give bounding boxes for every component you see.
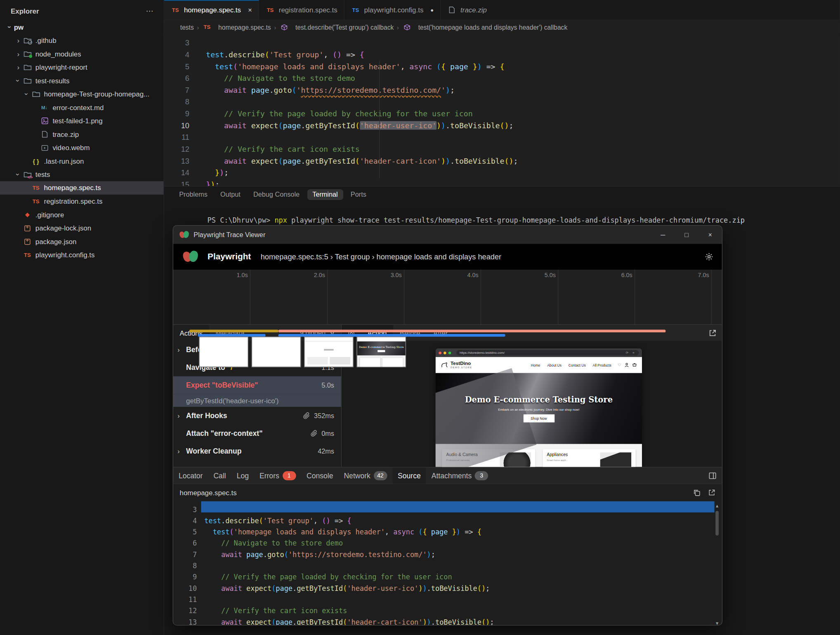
file-icon-ts-orange: TS — [170, 6, 180, 14]
breadcrumb[interactable]: tests›TShomepage.spec.ts›test.describe('… — [164, 20, 840, 33]
panel-tab-problems[interactable]: Problems — [174, 189, 213, 200]
tab-label: trace.zip — [460, 6, 487, 14]
settings-gear-icon[interactable] — [705, 252, 713, 261]
tab-trace-zip[interactable]: trace.zip — [441, 0, 840, 20]
tree-item-test-results[interactable]: ›test-results — [0, 74, 164, 87]
tree-item-registration-spec-ts[interactable]: TSregistration.spec.ts — [0, 195, 164, 208]
line-number: 12 — [164, 143, 189, 155]
code-line-13: 13 await expect(page.getByTestId('header… — [173, 616, 722, 626]
tab-playwright-config-ts[interactable]: TSplaywright.config.ts● — [344, 0, 441, 20]
action-row-4[interactable]: ›After Hooks352ms — [173, 407, 341, 425]
tree-item-package-lock-json[interactable]: package-lock.json — [0, 221, 164, 235]
detail-tab-attachments[interactable]: Attachments3 — [426, 468, 494, 484]
action-bar — [278, 330, 666, 333]
tree-item-playwright-config-ts[interactable]: TSplaywright.config.ts — [0, 248, 164, 262]
breadcrumb-separator: › — [274, 24, 276, 31]
tree-item-test-failed-1-png[interactable]: test-failed-1.png — [0, 114, 164, 128]
source-code-view[interactable]: ▲ ▼ 34test.describe('Test group', () => … — [173, 501, 722, 626]
open-external-icon[interactable] — [708, 489, 715, 496]
trace-window-titlebar[interactable]: Playwright Trace Viewer ─□× — [173, 226, 722, 244]
store-hero-subtitle: Embark on an electronic journey. Dive in… — [498, 408, 579, 411]
code-editor[interactable]: 34test.describe('Test group', () => {5 t… — [164, 34, 840, 190]
cart-icon — [632, 363, 637, 367]
file-icon-video — [40, 143, 49, 152]
tree-item-homepage-test-group-homepag-[interactable]: ›homepage-Test-group-homepag... — [0, 87, 164, 101]
line-number: 11 — [173, 594, 197, 605]
tree-item-error-context-md[interactable]: M↓error-context.md — [0, 101, 164, 114]
explorer-more-icon[interactable]: ⋯ — [146, 7, 154, 15]
panel-tab-output[interactable]: Output — [215, 189, 246, 200]
code-line-5: 5 test('homepage loads and displays head… — [173, 527, 722, 538]
tab-homepage-spec-ts[interactable]: TShomepage.spec.ts× — [164, 0, 259, 20]
tree-item-node-modules[interactable]: ›node_modules — [0, 47, 164, 61]
detail-tab-errors[interactable]: Errors1 — [254, 468, 301, 484]
detail-tab-locator[interactable]: Locator — [173, 468, 208, 484]
breadcrumb-item[interactable]: tests — [180, 24, 194, 31]
breadcrumb-item[interactable]: test.describe('Test group') callback — [295, 24, 394, 31]
line-number: 13 — [173, 616, 197, 626]
code-text: // Navigate to the store demo — [189, 73, 355, 85]
snapshot-tab-after[interactable]: After — [427, 325, 454, 341]
line-number: 10 — [173, 583, 197, 594]
maximize-button[interactable]: □ — [675, 226, 698, 244]
action-row-6[interactable]: ›Worker Cleanup42ms — [173, 442, 341, 460]
tree-item-trace-zip[interactable]: trace.zip — [0, 127, 164, 141]
timeline-thumbnail-2[interactable] — [252, 336, 301, 367]
detail-tab-network[interactable]: Network42 — [338, 468, 392, 484]
trace-timeline[interactable]: 1.0s2.0s3.0s4.0s5.0s6.0s7.0sDemo E-comme… — [173, 270, 722, 325]
tree-item-homepage-spec-ts[interactable]: TShomepage.spec.ts — [0, 181, 164, 195]
timeline-thumbnail-1[interactable] — [199, 336, 248, 367]
code-text: await expect(page.getByTestId('header-ca… — [197, 616, 722, 626]
vscode-window: Explorer ⋯ ›pw›.github›node_modules›play… — [0, 0, 840, 635]
file-icon-git: ◆ — [23, 210, 32, 219]
line-number: 7 — [164, 84, 189, 96]
timeline-gridline — [635, 270, 635, 325]
copy-icon[interactable] — [693, 489, 701, 496]
tree-item-label: registration.spec.ts — [44, 197, 103, 205]
badge-errors: 1 — [283, 471, 296, 480]
code-text: await expect(page.getByTestId('header-ca… — [189, 155, 518, 167]
minimize-button[interactable]: ─ — [651, 226, 675, 244]
panel-layout-toggle-icon[interactable] — [708, 471, 722, 480]
chevron-right-icon: › — [14, 63, 23, 71]
breadcrumb-item[interactable]: homepage.spec.ts — [218, 24, 271, 31]
tree-item-package-json[interactable]: package.json — [0, 235, 164, 248]
tree-item-pw[interactable]: ›pw — [0, 20, 164, 33]
file-icon-cube — [402, 23, 412, 31]
timeline-gridline — [404, 270, 404, 325]
panel-tab-ports[interactable]: Ports — [345, 189, 372, 200]
chevron-down-icon: › — [14, 170, 22, 179]
tree-item--github[interactable]: ›.github — [0, 34, 164, 47]
detail-tab-log[interactable]: Log — [231, 468, 254, 484]
detail-tab-call[interactable]: Call — [208, 468, 231, 484]
tree-item-label: playwright.config.ts — [35, 251, 95, 259]
panel-tab-terminal[interactable]: Terminal — [307, 189, 343, 200]
tree-item--gitignore[interactable]: ◆.gitignore — [0, 208, 164, 221]
close-icon[interactable]: × — [248, 6, 252, 14]
panel-tab-debug-console[interactable]: Debug Console — [248, 189, 305, 200]
breadcrumb-separator: › — [197, 24, 199, 31]
close-button[interactable]: × — [698, 226, 722, 244]
snapshot-url: https://storedemo.testdino.com/ — [460, 350, 505, 355]
code-line-9: 9 // Verify the page loaded by checking … — [164, 108, 840, 120]
tree-item-tests[interactable]: ›</>tests — [0, 168, 164, 181]
action-row-3[interactable]: Expect "toBeVisible"5.0s — [173, 376, 341, 394]
store-nav: HomeAbout UsContact UsAll Products — [531, 363, 611, 367]
user-icon — [625, 363, 629, 367]
tree-item-video-webm[interactable]: video.webm — [0, 141, 164, 155]
breadcrumb-item[interactable]: test('homepage loads and displays header… — [418, 24, 568, 31]
code-line-6: 6 // Navigate to the store demo — [164, 73, 840, 85]
tree-item--last-run-json[interactable]: { }.last-run.json — [0, 154, 164, 168]
detail-tab-console[interactable]: Console — [301, 468, 338, 484]
store-logo: TestDino DEMO STORE — [441, 361, 472, 369]
popout-icon[interactable] — [708, 329, 722, 337]
active-line-highlight — [201, 501, 714, 513]
tab-registration-spec-ts[interactable]: TSregistration.spec.ts — [259, 0, 344, 20]
action-row-5[interactable]: Attach "error-context"0ms — [173, 425, 341, 442]
tree-item-playwright-report[interactable]: ›playwright-report — [0, 61, 164, 74]
tree-item-label: trace.zip — [52, 130, 79, 139]
detail-tab-source[interactable]: Source — [392, 468, 426, 484]
store-brand-sub: DEMO STORE — [451, 366, 472, 369]
action-duration: 0ms — [311, 430, 334, 437]
code-text — [197, 560, 722, 572]
